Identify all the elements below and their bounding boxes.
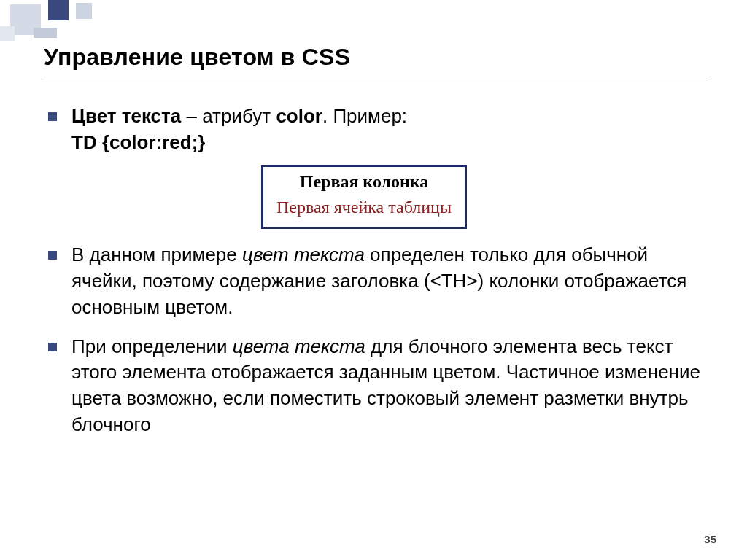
slide-body: Управление цветом в CSS Цвет текста – ат… (0, 0, 747, 466)
table-example-box: Первая колонка Первая ячейка таблицы (261, 165, 467, 229)
css-example-code: TD {color:red;} (71, 130, 711, 156)
text: При определении (71, 335, 233, 357)
bullet-text-color: Цвет текста – атрибут color. Пример: TD … (44, 104, 711, 229)
bullet-list: Цвет текста – атрибут color. Пример: TD … (44, 104, 711, 438)
italic-text-color: цвета текста (233, 335, 365, 357)
color-attr-label: color (276, 105, 322, 127)
italic-text-color: цвет текста (242, 244, 365, 265)
title-separator (44, 77, 711, 77)
page-number: 35 (704, 533, 716, 545)
table-header-cell: Первая колонка (276, 170, 452, 195)
table-example-wrap: Первая колонка Первая ячейка таблицы (261, 165, 711, 229)
deco-square (0, 26, 15, 41)
table-data-cell: Первая ячейка таблицы (276, 195, 452, 219)
text: – атрибут (181, 105, 276, 127)
corner-decoration (0, 0, 117, 44)
deco-square (34, 28, 57, 38)
bullet-line: Цвет текста – атрибут color. Пример: (71, 104, 711, 130)
bullet-explanation-scope: В данном примере цвет текста определен т… (44, 242, 711, 321)
deco-square (48, 0, 69, 20)
text-color-label: Цвет текста (71, 105, 181, 127)
text: . Пример: (322, 105, 407, 127)
text: В данном примере (71, 244, 242, 265)
deco-square (76, 3, 92, 19)
slide-title: Управление цветом в CSS (44, 44, 711, 71)
bullet-explanation-block: При определении цвета текста для блочног… (44, 334, 711, 439)
